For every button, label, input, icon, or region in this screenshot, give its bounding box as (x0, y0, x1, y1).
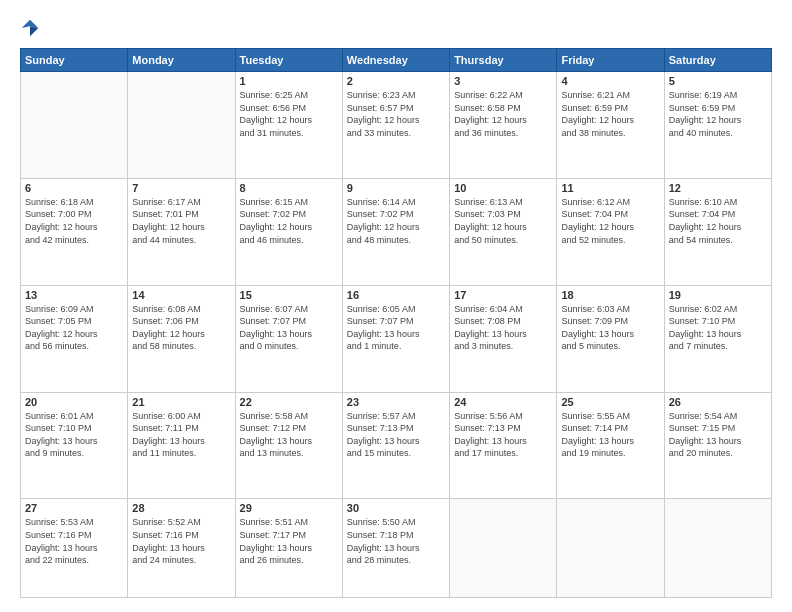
day-info: Sunrise: 6:12 AM Sunset: 7:04 PM Dayligh… (561, 196, 659, 246)
day-info: Sunrise: 5:54 AM Sunset: 7:15 PM Dayligh… (669, 410, 767, 460)
calendar-cell: 23Sunrise: 5:57 AM Sunset: 7:13 PM Dayli… (342, 392, 449, 499)
day-number: 30 (347, 502, 445, 514)
calendar-cell: 17Sunrise: 6:04 AM Sunset: 7:08 PM Dayli… (450, 285, 557, 392)
calendar-cell: 3Sunrise: 6:22 AM Sunset: 6:58 PM Daylig… (450, 72, 557, 179)
calendar-cell: 25Sunrise: 5:55 AM Sunset: 7:14 PM Dayli… (557, 392, 664, 499)
day-number: 23 (347, 396, 445, 408)
day-info: Sunrise: 5:57 AM Sunset: 7:13 PM Dayligh… (347, 410, 445, 460)
day-number: 22 (240, 396, 338, 408)
day-number: 19 (669, 289, 767, 301)
weekday-thursday: Thursday (450, 49, 557, 72)
day-info: Sunrise: 5:56 AM Sunset: 7:13 PM Dayligh… (454, 410, 552, 460)
day-number: 6 (25, 182, 123, 194)
weekday-wednesday: Wednesday (342, 49, 449, 72)
calendar-cell (128, 72, 235, 179)
calendar-cell: 28Sunrise: 5:52 AM Sunset: 7:16 PM Dayli… (128, 499, 235, 598)
calendar-cell: 19Sunrise: 6:02 AM Sunset: 7:10 PM Dayli… (664, 285, 771, 392)
weekday-friday: Friday (557, 49, 664, 72)
day-info: Sunrise: 6:07 AM Sunset: 7:07 PM Dayligh… (240, 303, 338, 353)
calendar-cell: 29Sunrise: 5:51 AM Sunset: 7:17 PM Dayli… (235, 499, 342, 598)
calendar-cell (450, 499, 557, 598)
day-number: 28 (132, 502, 230, 514)
calendar-cell (557, 499, 664, 598)
weekday-header-row: SundayMondayTuesdayWednesdayThursdayFrid… (21, 49, 772, 72)
day-number: 24 (454, 396, 552, 408)
day-number: 17 (454, 289, 552, 301)
day-number: 20 (25, 396, 123, 408)
day-info: Sunrise: 6:15 AM Sunset: 7:02 PM Dayligh… (240, 196, 338, 246)
day-info: Sunrise: 6:02 AM Sunset: 7:10 PM Dayligh… (669, 303, 767, 353)
calendar-cell: 13Sunrise: 6:09 AM Sunset: 7:05 PM Dayli… (21, 285, 128, 392)
weekday-sunday: Sunday (21, 49, 128, 72)
day-info: Sunrise: 6:13 AM Sunset: 7:03 PM Dayligh… (454, 196, 552, 246)
day-info: Sunrise: 6:18 AM Sunset: 7:00 PM Dayligh… (25, 196, 123, 246)
calendar-cell: 14Sunrise: 6:08 AM Sunset: 7:06 PM Dayli… (128, 285, 235, 392)
day-info: Sunrise: 5:51 AM Sunset: 7:17 PM Dayligh… (240, 516, 338, 566)
day-info: Sunrise: 5:52 AM Sunset: 7:16 PM Dayligh… (132, 516, 230, 566)
day-number: 27 (25, 502, 123, 514)
calendar-cell: 24Sunrise: 5:56 AM Sunset: 7:13 PM Dayli… (450, 392, 557, 499)
day-number: 21 (132, 396, 230, 408)
week-row-5: 27Sunrise: 5:53 AM Sunset: 7:16 PM Dayli… (21, 499, 772, 598)
day-number: 8 (240, 182, 338, 194)
calendar-cell: 18Sunrise: 6:03 AM Sunset: 7:09 PM Dayli… (557, 285, 664, 392)
day-number: 29 (240, 502, 338, 514)
calendar-cell: 1Sunrise: 6:25 AM Sunset: 6:56 PM Daylig… (235, 72, 342, 179)
day-info: Sunrise: 5:58 AM Sunset: 7:12 PM Dayligh… (240, 410, 338, 460)
weekday-tuesday: Tuesday (235, 49, 342, 72)
day-number: 7 (132, 182, 230, 194)
day-info: Sunrise: 5:50 AM Sunset: 7:18 PM Dayligh… (347, 516, 445, 566)
day-number: 1 (240, 75, 338, 87)
logo (20, 18, 44, 38)
day-number: 3 (454, 75, 552, 87)
calendar-cell: 22Sunrise: 5:58 AM Sunset: 7:12 PM Dayli… (235, 392, 342, 499)
calendar-cell: 9Sunrise: 6:14 AM Sunset: 7:02 PM Daylig… (342, 178, 449, 285)
day-info: Sunrise: 6:01 AM Sunset: 7:10 PM Dayligh… (25, 410, 123, 460)
day-info: Sunrise: 5:55 AM Sunset: 7:14 PM Dayligh… (561, 410, 659, 460)
day-info: Sunrise: 6:08 AM Sunset: 7:06 PM Dayligh… (132, 303, 230, 353)
calendar-cell: 21Sunrise: 6:00 AM Sunset: 7:11 PM Dayli… (128, 392, 235, 499)
calendar-cell (21, 72, 128, 179)
calendar-cell: 2Sunrise: 6:23 AM Sunset: 6:57 PM Daylig… (342, 72, 449, 179)
day-number: 14 (132, 289, 230, 301)
day-info: Sunrise: 6:03 AM Sunset: 7:09 PM Dayligh… (561, 303, 659, 353)
calendar-cell: 7Sunrise: 6:17 AM Sunset: 7:01 PM Daylig… (128, 178, 235, 285)
day-info: Sunrise: 6:25 AM Sunset: 6:56 PM Dayligh… (240, 89, 338, 139)
calendar-cell: 15Sunrise: 6:07 AM Sunset: 7:07 PM Dayli… (235, 285, 342, 392)
day-number: 16 (347, 289, 445, 301)
day-info: Sunrise: 6:23 AM Sunset: 6:57 PM Dayligh… (347, 89, 445, 139)
weekday-saturday: Saturday (664, 49, 771, 72)
week-row-1: 1Sunrise: 6:25 AM Sunset: 6:56 PM Daylig… (21, 72, 772, 179)
calendar-cell: 6Sunrise: 6:18 AM Sunset: 7:00 PM Daylig… (21, 178, 128, 285)
day-number: 9 (347, 182, 445, 194)
day-info: Sunrise: 6:14 AM Sunset: 7:02 PM Dayligh… (347, 196, 445, 246)
day-number: 18 (561, 289, 659, 301)
day-info: Sunrise: 6:19 AM Sunset: 6:59 PM Dayligh… (669, 89, 767, 139)
day-number: 15 (240, 289, 338, 301)
calendar-cell: 5Sunrise: 6:19 AM Sunset: 6:59 PM Daylig… (664, 72, 771, 179)
calendar-cell: 4Sunrise: 6:21 AM Sunset: 6:59 PM Daylig… (557, 72, 664, 179)
day-info: Sunrise: 6:09 AM Sunset: 7:05 PM Dayligh… (25, 303, 123, 353)
calendar-cell: 20Sunrise: 6:01 AM Sunset: 7:10 PM Dayli… (21, 392, 128, 499)
weekday-monday: Monday (128, 49, 235, 72)
day-info: Sunrise: 6:17 AM Sunset: 7:01 PM Dayligh… (132, 196, 230, 246)
svg-marker-1 (30, 26, 38, 36)
header (20, 18, 772, 38)
page: SundayMondayTuesdayWednesdayThursdayFrid… (0, 0, 792, 612)
calendar-cell: 12Sunrise: 6:10 AM Sunset: 7:04 PM Dayli… (664, 178, 771, 285)
day-number: 11 (561, 182, 659, 194)
day-info: Sunrise: 6:05 AM Sunset: 7:07 PM Dayligh… (347, 303, 445, 353)
calendar-cell: 30Sunrise: 5:50 AM Sunset: 7:18 PM Dayli… (342, 499, 449, 598)
day-number: 4 (561, 75, 659, 87)
calendar-cell: 16Sunrise: 6:05 AM Sunset: 7:07 PM Dayli… (342, 285, 449, 392)
calendar-cell: 26Sunrise: 5:54 AM Sunset: 7:15 PM Dayli… (664, 392, 771, 499)
week-row-3: 13Sunrise: 6:09 AM Sunset: 7:05 PM Dayli… (21, 285, 772, 392)
day-info: Sunrise: 6:22 AM Sunset: 6:58 PM Dayligh… (454, 89, 552, 139)
day-info: Sunrise: 6:00 AM Sunset: 7:11 PM Dayligh… (132, 410, 230, 460)
day-info: Sunrise: 6:21 AM Sunset: 6:59 PM Dayligh… (561, 89, 659, 139)
calendar-table: SundayMondayTuesdayWednesdayThursdayFrid… (20, 48, 772, 598)
calendar-cell (664, 499, 771, 598)
day-number: 12 (669, 182, 767, 194)
logo-icon (20, 18, 40, 38)
day-number: 5 (669, 75, 767, 87)
